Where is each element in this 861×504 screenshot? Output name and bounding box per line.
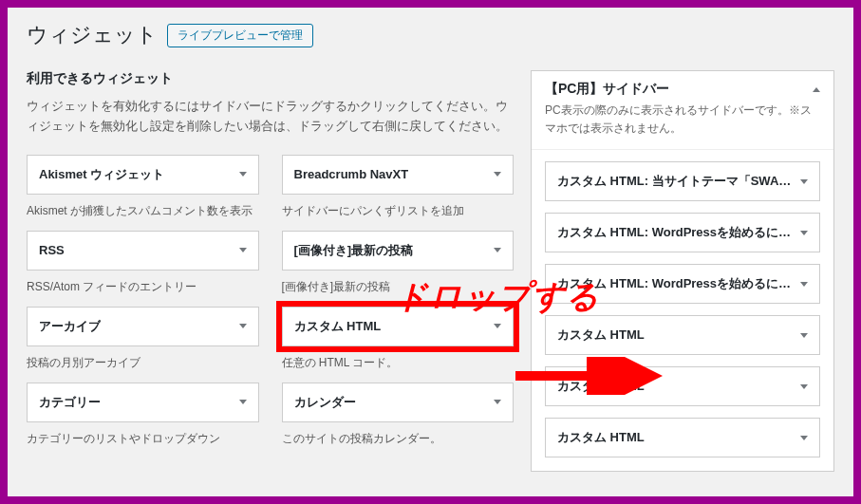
available-widget-cell: アーカイブ 投稿の月別アーカイブ xyxy=(27,307,259,371)
widget-label: カテゴリー xyxy=(39,394,101,411)
widget-rss[interactable]: RSS xyxy=(27,231,259,271)
available-widget-cell: カレンダー このサイトの投稿カレンダー。 xyxy=(282,383,515,447)
caret-down-icon xyxy=(239,172,247,177)
placed-widget-label: カスタム HTML xyxy=(557,327,645,344)
caret-down-icon xyxy=(239,248,247,252)
placed-widget-label: カスタム HTML xyxy=(557,378,645,395)
widget-desc: サイドバーにパンくずリストを追加 xyxy=(282,202,515,219)
caret-down-icon xyxy=(800,436,808,440)
widget-desc: [画像付き]最新の投稿 xyxy=(282,278,515,295)
placed-widget-label: カスタム HTML xyxy=(557,429,645,446)
widget-latest-posts-image[interactable]: [画像付き]最新の投稿 xyxy=(282,231,515,271)
caret-down-icon xyxy=(800,179,808,184)
caret-down-icon xyxy=(494,248,501,252)
widget-label: カレンダー xyxy=(294,394,356,411)
placed-widget-label: カスタム HTML: WordPressを始めるにはド... xyxy=(557,224,795,241)
sidebar-areas-column: 【PC用】サイドバー PC表示の際のみに表示されるサイドバーです。※スマホでは表… xyxy=(531,70,834,472)
widget-label: アーカイブ xyxy=(39,318,101,335)
sidebar-area-description: PC表示の際のみに表示されるサイドバーです。※スマホでは表示されません。 xyxy=(532,102,833,150)
columns-wrap: 利用できるウィジェット ウィジェットを有効化するにはサイドバーにドラッグするかク… xyxy=(27,70,834,472)
caret-down-icon xyxy=(800,384,808,389)
available-widget-cell: カテゴリー カテゴリーのリストやドロップダウン xyxy=(27,383,259,447)
available-widget-cell: [画像付き]最新の投稿 [画像付き]最新の投稿 xyxy=(282,231,515,295)
widget-custom-html[interactable]: カスタム HTML xyxy=(282,307,515,346)
widget-label: RSS xyxy=(39,243,65,257)
widget-archive[interactable]: アーカイブ xyxy=(27,307,259,346)
widget-breadcrumb-navxt[interactable]: Breadcrumb NavXT xyxy=(282,155,515,195)
available-description: ウィジェットを有効化するにはサイドバーにドラッグするかクリックしてください。ウィ… xyxy=(27,97,511,138)
available-heading: 利用できるウィジェット xyxy=(27,70,514,87)
caret-down-icon xyxy=(800,333,808,338)
caret-down-icon xyxy=(239,324,247,328)
available-widget-grid: Akismet ウィジェット Akismet が捕獲したスパムコメント数を表示 … xyxy=(27,155,514,458)
available-widget-cell: Akismet ウィジェット Akismet が捕獲したスパムコメント数を表示 xyxy=(27,155,259,219)
placed-widget-label: カスタム HTML: 当サイトテーマ「SWALLO... xyxy=(557,173,795,190)
widget-desc: カテゴリーのリストやドロップダウン xyxy=(27,430,259,447)
widget-akismet[interactable]: Akismet ウィジェット xyxy=(27,155,259,195)
caret-down-icon xyxy=(800,282,808,287)
available-widget-cell: RSS RSS/Atom フィードのエントリー xyxy=(27,231,259,295)
page-header: ウィジェット ライブプレビューで管理 xyxy=(27,21,834,49)
placed-widget[interactable]: カスタム HTML xyxy=(545,315,820,355)
page-title: ウィジェット xyxy=(27,21,158,49)
placed-widget[interactable]: カスタム HTML xyxy=(545,366,820,406)
caret-down-icon xyxy=(239,400,247,404)
caret-down-icon xyxy=(494,172,501,177)
available-widget-cell: Breadcrumb NavXT サイドバーにパンくずリストを追加 xyxy=(282,155,515,219)
caret-down-icon xyxy=(494,400,501,404)
placed-widget[interactable]: カスタム HTML: WordPressを始めるにはド... xyxy=(545,213,820,252)
placed-widgets-list[interactable]: カスタム HTML: 当サイトテーマ「SWALLO... カスタム HTML: … xyxy=(532,150,833,471)
caret-down-icon xyxy=(800,231,808,235)
sidebar-area-pc: 【PC用】サイドバー PC表示の際のみに表示されるサイドバーです。※スマホでは表… xyxy=(531,70,834,472)
placed-widget[interactable]: カスタム HTML: WordPressを始めるにはサ... xyxy=(545,264,820,304)
widget-desc: RSS/Atom フィードのエントリー xyxy=(27,278,259,295)
placed-widget-label: カスタム HTML: WordPressを始めるにはサ... xyxy=(557,275,795,292)
widget-label: [画像付き]最新の投稿 xyxy=(294,242,414,259)
widget-label: カスタム HTML xyxy=(294,318,382,335)
available-widget-cell: カスタム HTML 任意の HTML コード。 xyxy=(282,307,515,371)
widget-label: Akismet ウィジェット xyxy=(39,166,164,183)
widget-desc: 任意の HTML コード。 xyxy=(282,354,515,371)
widget-desc: このサイトの投稿カレンダー。 xyxy=(282,430,515,447)
placed-widget[interactable]: カスタム HTML: 当サイトテーマ「SWALLO... xyxy=(545,161,820,201)
caret-down-icon xyxy=(494,324,501,328)
sidebar-area-title: 【PC用】サイドバー xyxy=(545,81,669,98)
live-preview-button[interactable]: ライブプレビューで管理 xyxy=(167,24,313,47)
widget-desc: 投稿の月別アーカイブ xyxy=(27,354,259,371)
placed-widget[interactable]: カスタム HTML xyxy=(545,418,820,457)
sidebar-area-header[interactable]: 【PC用】サイドバー xyxy=(532,71,833,102)
widget-categories[interactable]: カテゴリー xyxy=(27,383,259,422)
widgets-admin-page: ウィジェット ライブプレビューで管理 利用できるウィジェット ウィジェットを有効… xyxy=(8,8,853,496)
widget-label: Breadcrumb NavXT xyxy=(294,167,409,181)
widget-desc: Akismet が捕獲したスパムコメント数を表示 xyxy=(27,202,259,219)
caret-up-icon xyxy=(813,87,820,92)
widget-calendar[interactable]: カレンダー xyxy=(282,383,515,422)
available-widgets-column: 利用できるウィジェット ウィジェットを有効化するにはサイドバーにドラッグするかク… xyxy=(27,70,514,458)
